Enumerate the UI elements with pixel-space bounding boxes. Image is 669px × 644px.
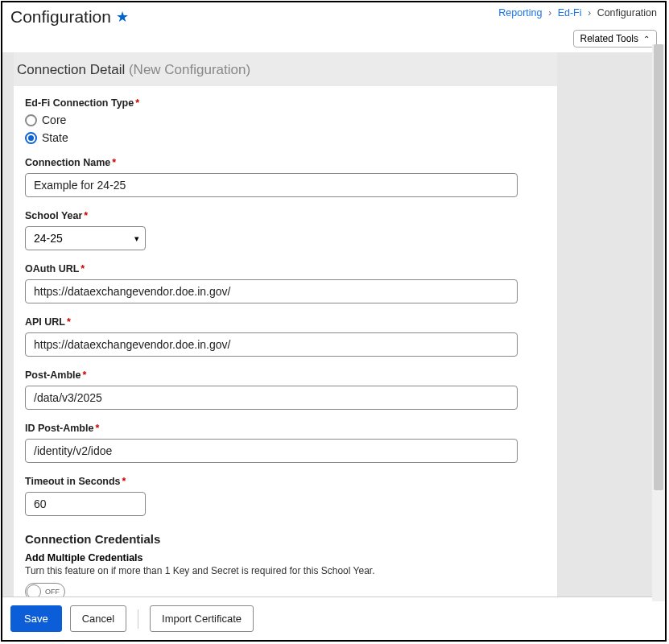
timeout-label: Timeout in Seconds* [25,476,546,487]
connection-name-label: Connection Name* [25,157,546,168]
school-year-label-text: School Year [25,210,82,221]
id-post-amble-label: ID Post-Amble* [25,423,546,434]
api-url-label-text: API URL [25,316,65,328]
timeout-label-text: Timeout in Seconds [25,476,121,487]
breadcrumb: Reporting › Ed-Fi › Configuration [498,7,657,19]
add-multi-creds-toggle[interactable]: OFF [25,583,65,597]
related-tools-button[interactable]: Related Tools ⌃ [573,30,658,47]
id-post-amble-label-text: ID Post-Amble [25,423,93,434]
required-icon: * [81,263,85,275]
oauth-url-label: OAuth URL* [25,263,546,275]
radio-core[interactable] [25,114,37,126]
credentials-section-title: Connection Credentials [25,532,546,546]
connection-type-label: Ed-Fi Connection Type* [25,97,546,109]
section-title: Connection Detail [17,62,125,77]
favorite-star-icon[interactable]: ★ [116,8,129,26]
cancel-button[interactable]: Cancel [70,605,126,632]
breadcrumb-reporting[interactable]: Reporting [498,7,542,19]
oauth-url-label-text: OAuth URL [25,263,79,275]
add-multi-creds-label: Add Multiple Credentials [25,552,546,564]
connection-name-input[interactable] [25,173,518,197]
breadcrumb-edfi[interactable]: Ed-Fi [558,7,582,19]
toggle-state-text: OFF [45,588,60,596]
required-icon: * [135,97,139,109]
radio-state-label: State [42,131,68,144]
radio-core-label: Core [42,114,66,126]
post-amble-label: Post-Amble* [25,369,546,381]
school-year-label: School Year* [25,210,546,221]
page-title-text: Configuration [10,7,111,27]
id-post-amble-input[interactable] [25,439,518,463]
required-icon: * [112,157,116,168]
api-url-input[interactable] [25,332,518,357]
toggle-knob-icon [27,584,41,597]
page-title: Configuration ★ [10,7,129,27]
add-multi-creds-help: Turn this feature on if more than 1 Key … [25,565,546,576]
form-panel: Ed-Fi Connection Type* Core State Connec… [14,86,557,597]
api-url-label: API URL* [25,316,546,328]
timeout-input[interactable] [25,492,146,516]
breadcrumb-current: Configuration [597,7,657,19]
oauth-url-input[interactable] [25,279,518,303]
breadcrumb-sep-icon: › [548,7,551,19]
vertical-scrollbar[interactable] [652,44,665,601]
required-icon: * [95,423,99,434]
connection-type-label-text: Ed-Fi Connection Type [25,97,134,109]
required-icon: * [84,210,88,221]
footer-action-bar: Save Cancel Import Certificate [2,597,665,640]
scroll-thumb[interactable] [654,44,663,490]
required-icon: * [122,476,126,487]
import-certificate-button[interactable]: Import Certificate [150,605,254,632]
related-tools-label: Related Tools [580,33,639,44]
section-subtitle: (New Configuration) [129,62,250,77]
breadcrumb-sep-icon: › [588,7,591,19]
school-year-select[interactable] [25,226,146,250]
post-amble-input[interactable] [25,386,518,410]
section-header: Connection Detail (New Configuration) [14,52,557,86]
chevron-up-icon: ⌃ [643,35,650,43]
connection-name-label-text: Connection Name [25,157,110,168]
required-icon: * [82,369,86,381]
required-icon: * [67,316,71,328]
save-button[interactable]: Save [10,605,62,632]
divider-icon [138,609,138,629]
radio-state[interactable] [25,132,37,144]
post-amble-label-text: Post-Amble [25,369,81,381]
